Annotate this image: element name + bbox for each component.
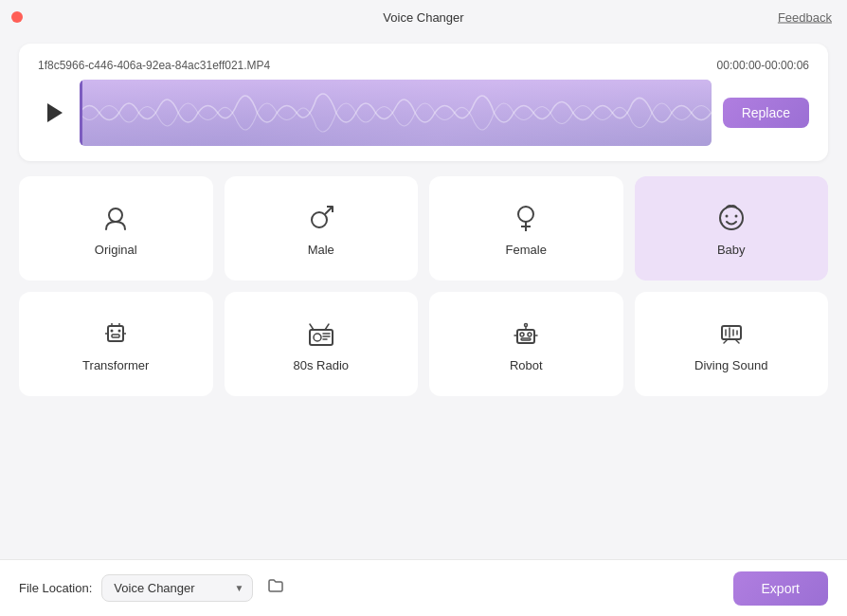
effect-baby-label: Baby [717, 243, 746, 257]
main-content: 1f8c5966-c446-406a-92ea-84ac31eff021.MP4… [0, 34, 847, 396]
file-location: File Location: Voice Changer Desktop Doc… [19, 572, 289, 604]
location-select-wrapper: Voice Changer Desktop Documents ▼ [101, 574, 253, 602]
svg-point-9 [734, 214, 737, 217]
footer: File Location: Voice Changer Desktop Doc… [0, 559, 847, 616]
svg-point-8 [725, 214, 728, 217]
svg-point-4 [518, 207, 533, 222]
effect-diving-sound-label: Diving Sound [694, 358, 767, 372]
play-icon [47, 103, 63, 122]
transformer-icon [99, 317, 133, 351]
app-title: Voice Changer [383, 10, 463, 25]
effect-80s-radio-label: 80s Radio [293, 358, 349, 372]
svg-point-7 [720, 207, 743, 229]
effect-80s-radio[interactable]: 80s Radio [225, 292, 419, 396]
baby-icon [714, 201, 748, 235]
waveform-playhead [80, 80, 82, 146]
file-location-label: File Location: [19, 581, 92, 595]
folder-browse-button[interactable] [262, 572, 289, 604]
svg-rect-33 [722, 326, 741, 339]
male-icon [304, 201, 338, 235]
waveform-svg [80, 80, 712, 146]
waveform-display[interactable] [80, 80, 712, 146]
effect-diving-sound[interactable]: Diving Sound [635, 292, 829, 396]
radio-icon [304, 317, 338, 351]
waveform-card: 1f8c5966-c446-406a-92ea-84ac31eff021.MP4… [19, 44, 828, 161]
robot-icon [509, 317, 543, 351]
svg-point-2 [312, 212, 327, 227]
svg-rect-13 [112, 335, 119, 337]
effect-female[interactable]: Female [429, 176, 623, 281]
svg-point-27 [528, 333, 532, 336]
file-name: 1f8c5966-c446-406a-92ea-84ac31eff021.MP4 [38, 59, 270, 72]
waveform-controls: Replace [38, 80, 809, 146]
svg-point-30 [525, 323, 528, 326]
svg-rect-0 [80, 80, 712, 146]
svg-rect-10 [108, 326, 123, 341]
svg-rect-25 [517, 330, 534, 343]
female-icon [509, 201, 543, 235]
replace-button[interactable]: Replace [723, 98, 809, 128]
svg-point-26 [520, 333, 524, 336]
effect-male[interactable]: Male [225, 176, 419, 281]
effect-robot-label: Robot [510, 358, 543, 372]
close-button[interactable] [11, 11, 23, 23]
play-button[interactable] [38, 98, 68, 128]
svg-point-1 [109, 208, 122, 222]
location-select[interactable]: Voice Changer Desktop Documents [101, 574, 253, 602]
effect-female-label: Female [506, 243, 547, 257]
effect-baby[interactable]: Baby [635, 176, 829, 281]
export-button[interactable]: Export [733, 571, 828, 606]
effect-transformer[interactable]: Transformer [19, 292, 213, 396]
effect-robot[interactable]: Robot [429, 292, 623, 396]
title-bar: Voice Changer Feedback [0, 0, 847, 34]
diving-icon [714, 317, 748, 351]
svg-point-12 [118, 329, 121, 332]
svg-line-3 [325, 207, 333, 214]
svg-rect-28 [521, 338, 531, 340]
folder-icon [266, 576, 285, 595]
waveform-header: 1f8c5966-c446-406a-92ea-84ac31eff021.MP4… [38, 59, 809, 72]
feedback-link[interactable]: Feedback [778, 10, 832, 25]
svg-point-11 [111, 329, 114, 332]
effect-male-label: Male [308, 243, 334, 257]
original-icon [99, 201, 133, 235]
effect-original[interactable]: Original [19, 176, 213, 281]
time-range: 00:00:00-00:00:06 [717, 59, 809, 72]
svg-point-19 [314, 334, 321, 341]
effect-original-label: Original [95, 243, 137, 257]
effects-grid: Original Male Female [19, 176, 828, 396]
effect-transformer-label: Transformer [82, 358, 149, 372]
